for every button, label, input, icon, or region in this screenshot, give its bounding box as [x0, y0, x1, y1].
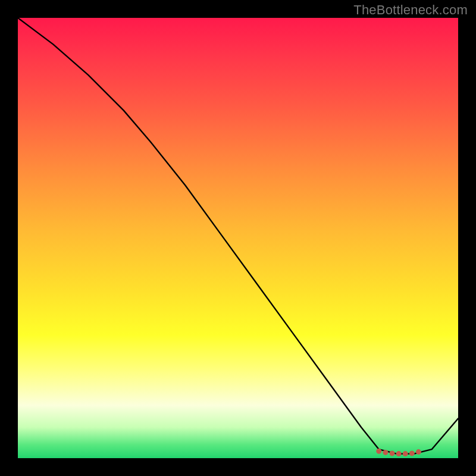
trough-dot	[376, 449, 381, 454]
trough-dot	[403, 451, 408, 456]
trough-dot	[396, 451, 402, 456]
watermark-text: TheBottleneck.com	[353, 2, 468, 18]
chart-container: TheBottleneck.com	[0, 0, 476, 476]
trough-dot	[383, 450, 388, 455]
data-curve	[18, 18, 458, 454]
plot-area	[18, 18, 458, 458]
trough-dot	[390, 450, 395, 456]
line-chart	[18, 18, 458, 458]
trough-dot	[416, 449, 421, 455]
trough-dot	[409, 450, 415, 456]
